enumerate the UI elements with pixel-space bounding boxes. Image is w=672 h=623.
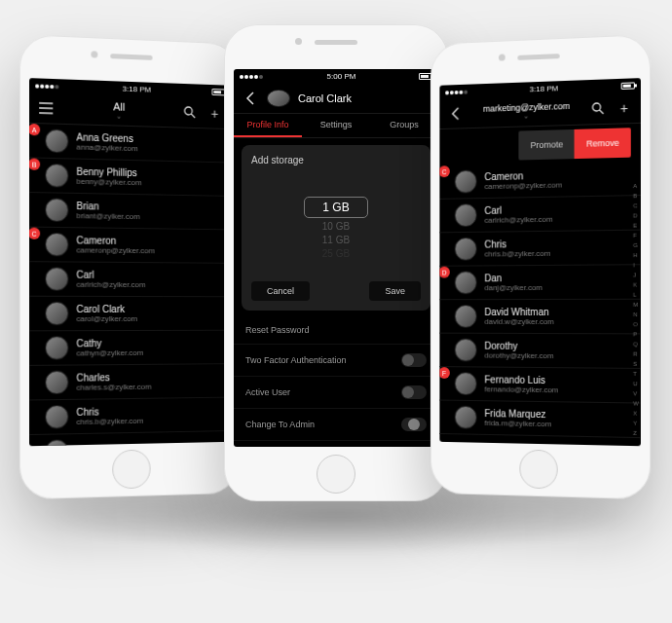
index-letter[interactable]: N	[633, 312, 639, 317]
avatar	[455, 203, 477, 227]
index-letter[interactable]: R	[633, 351, 639, 357]
index-letter[interactable]: I	[633, 262, 639, 268]
list-item[interactable]: AAnna Greensanna@zylker.com	[29, 124, 231, 164]
storage-picker[interactable]: 1 GB 10 GB 11 GB 25 GB	[251, 173, 421, 281]
menu-icon[interactable]	[37, 101, 55, 114]
toggle-active[interactable]	[401, 385, 427, 399]
picker-option: 25 GB	[322, 248, 350, 259]
save-button[interactable]: Save	[369, 281, 421, 301]
avatar	[45, 302, 68, 325]
search-icon[interactable]	[590, 101, 608, 116]
list-item[interactable]: Brianbriant@zylker.com	[29, 193, 231, 230]
picker-option: 11 GB	[322, 235, 350, 245]
index-letter[interactable]: B	[633, 193, 639, 199]
list-item[interactable]: Carol Clarkcarol@zylker.com	[29, 297, 231, 332]
index-letter[interactable]: Y	[633, 421, 639, 426]
remove-button[interactable]: Remove	[575, 128, 631, 159]
section-letter: D	[439, 267, 449, 278]
index-letter[interactable]: V	[633, 390, 639, 396]
contact-name: Chris	[484, 238, 550, 250]
cancel-button[interactable]: Cancel	[251, 281, 310, 301]
contact-name: Charles	[76, 372, 151, 384]
contact-email: carol@zylker.com	[76, 314, 137, 323]
list-item[interactable]: Carlcarlrich@zylker.com	[439, 196, 641, 233]
index-letter[interactable]: U	[633, 381, 639, 386]
add-icon[interactable]: +	[616, 100, 633, 115]
contacts-list[interactable]: AAnna Greensanna@zylker.comBBenny Philli…	[29, 124, 231, 446]
list-item[interactable]: Charlescharles.s@zylker.com	[29, 364, 231, 400]
alphabet-index[interactable]: ABCDEFGHIJKLMNOPQRSTUVWXYZ	[633, 183, 639, 436]
list-item[interactable]: CCameroncameronp@zylker.com	[29, 228, 231, 264]
index-letter[interactable]: C	[633, 202, 639, 208]
contact-name: Carl	[76, 270, 145, 280]
index-letter[interactable]: D	[633, 212, 639, 218]
section-letter: F	[439, 367, 449, 379]
nav-title[interactable]: marketing@zylker.com ⌄	[483, 100, 570, 121]
contact-name: Cathy	[76, 338, 143, 348]
avatar	[455, 372, 477, 395]
status-time: 3:18 PM	[530, 84, 558, 93]
index-letter[interactable]: E	[633, 223, 639, 229]
nav-title[interactable]: All ⌄	[113, 100, 125, 120]
avatar	[45, 198, 68, 222]
list-item[interactable]: DDandanj@zylker.com	[439, 265, 641, 300]
row-label: Reset Password	[245, 325, 310, 335]
index-letter[interactable]: K	[633, 282, 639, 288]
svg-point-0	[185, 107, 193, 115]
index-letter[interactable]: J	[633, 272, 639, 277]
list-item[interactable]: Chrischris.b@zylker.com	[439, 231, 641, 267]
home-button[interactable]	[317, 455, 355, 494]
back-icon[interactable]	[447, 106, 464, 120]
toggle-admin[interactable]	[401, 418, 427, 431]
index-letter[interactable]: W	[633, 400, 639, 406]
add-icon[interactable]: +	[206, 106, 223, 120]
index-letter[interactable]: T	[633, 371, 639, 377]
list-item[interactable]: Chrischris.b@zylker.com	[29, 398, 231, 435]
index-letter[interactable]: F	[633, 233, 639, 238]
index-letter[interactable]: M	[633, 302, 639, 308]
contacts-list[interactable]: Promote Remove CCameroncameronp@zylker.c…	[439, 124, 641, 446]
toggle-tfa[interactable]	[401, 353, 427, 367]
index-letter[interactable]: Q	[633, 341, 639, 347]
contact-email: briant@zylker.com	[76, 211, 139, 221]
home-button[interactable]	[112, 450, 150, 490]
row-reset-password[interactable]: Reset Password	[234, 316, 438, 345]
index-letter[interactable]: S	[633, 361, 639, 367]
tab-groups[interactable]: Groups	[370, 114, 438, 137]
back-icon[interactable]	[242, 92, 259, 105]
phone-contacts: 3:18 PM All ⌄ + AAnna Greensanna@z	[19, 34, 240, 500]
row-two-factor[interactable]: Two Factor Authentication	[234, 345, 438, 377]
index-letter[interactable]: Z	[633, 430, 639, 436]
contact-email: dorothy@zylker.com	[484, 351, 553, 360]
row-active-user[interactable]: Active User	[234, 377, 438, 409]
promote-button[interactable]: Promote	[519, 129, 575, 161]
list-item[interactable]: Dorothydorothy@zylker.com	[439, 334, 641, 369]
list-item[interactable]: Cathycathyn@zylker.com	[29, 331, 231, 366]
search-icon[interactable]	[182, 105, 199, 119]
index-letter[interactable]: X	[633, 411, 639, 417]
list-item[interactable]: BBenny Phillipsbenny@zylker.com	[29, 158, 231, 196]
index-letter[interactable]: G	[633, 242, 639, 248]
index-letter[interactable]: H	[633, 252, 639, 258]
contact-email: benny@zylker.com	[76, 177, 141, 187]
contact-name: Christina	[76, 445, 114, 446]
list-item[interactable]: CCameroncameronp@zylker.com	[439, 161, 641, 199]
tab-settings[interactable]: Settings	[302, 114, 370, 137]
index-letter[interactable]: P	[633, 331, 639, 337]
list-item[interactable]: FFernando Luisfernando@zylker.com	[439, 367, 641, 403]
home-button[interactable]	[519, 450, 557, 490]
index-letter[interactable]: L	[633, 292, 639, 298]
contact-name: Cameron	[76, 235, 155, 246]
signal-icon	[445, 87, 468, 96]
index-letter[interactable]: A	[633, 183, 639, 189]
row-change-admin[interactable]: Change To Admin	[234, 409, 438, 441]
list-item[interactable]: David Whitmandavid.w@zylker.com	[439, 300, 641, 335]
index-letter[interactable]: O	[633, 321, 639, 327]
list-item[interactable]: Carlcarlrich@zylker.com	[29, 262, 231, 297]
contact-email: fernando@zylker.com	[484, 385, 558, 394]
avatar	[455, 406, 477, 429]
contact-email: carlrich@zylker.com	[76, 280, 145, 289]
list-item[interactable]: Frida Marquezfrida.m@zylker.com	[439, 401, 641, 439]
tab-profile-info[interactable]: Profile Info	[234, 114, 302, 137]
swipe-actions: Promote Remove	[519, 128, 631, 160]
